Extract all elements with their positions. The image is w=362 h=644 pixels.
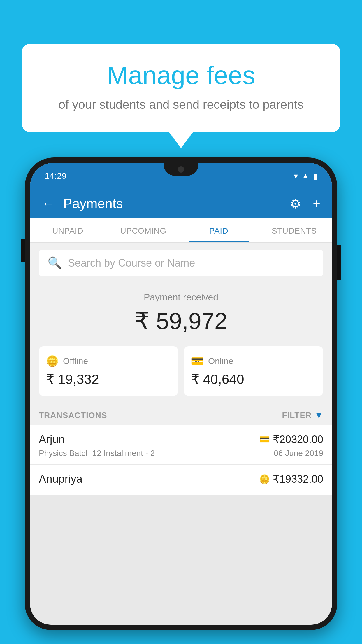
speech-bubble-container: Manage fees of your students and send re… (22, 44, 340, 132)
add-button[interactable]: + (313, 196, 320, 211)
transaction-name-anupriya: Anupriya (39, 473, 82, 485)
transaction-amount-area: 💳 ₹20320.00 (259, 433, 323, 446)
online-card: 💳 Online ₹ 40,640 (184, 346, 323, 396)
transaction-row-partial[interactable]: Anupriya 🪙 ₹19332.00 (30, 465, 332, 495)
search-input[interactable]: Search by Course or Name (68, 257, 195, 269)
transaction-amount-area-anupriya: 🪙 ₹19332.00 (259, 473, 323, 485)
transaction-top-anupriya: Anupriya 🪙 ₹19332.00 (39, 473, 323, 485)
notch-cutout (164, 163, 198, 176)
search-icon: 🔍 (48, 256, 62, 270)
settings-icon[interactable]: ⚙ (290, 196, 301, 211)
transactions-header: TRANSACTIONS FILTER ▼ (30, 405, 332, 425)
tab-paid[interactable]: PAID (181, 218, 256, 242)
page-title: Payments (63, 196, 123, 211)
search-container: 🔍 Search by Course or Name (30, 243, 332, 283)
camera-dot (178, 166, 184, 173)
status-icons: ▾ ▲ ▮ (294, 171, 317, 181)
offline-icon: 🪙 (46, 355, 59, 367)
transaction-bottom-arjun: Physics Batch 12 Installment - 2 06 June… (39, 449, 323, 458)
phone-container: 14:29 ▾ ▲ ▮ ← Payments ⚙ + (25, 158, 337, 644)
bubble-subtitle: of your students and send receipts to pa… (45, 98, 317, 112)
online-label: Online (208, 356, 233, 366)
search-bar[interactable]: 🔍 Search by Course or Name (39, 250, 323, 276)
offline-amount: ₹ 19,332 (46, 371, 171, 387)
tab-upcoming[interactable]: UPCOMING (106, 218, 181, 242)
online-card-header: 💳 Online (191, 355, 316, 367)
bubble-title: Manage fees (45, 61, 317, 90)
filter-icon: ▼ (314, 410, 323, 420)
tab-unpaid[interactable]: UNPAID (30, 218, 106, 242)
header-left: ← Payments (42, 196, 123, 211)
header-right: ⚙ + (290, 196, 320, 211)
offline-card-header: 🪙 Offline (46, 355, 171, 367)
back-button[interactable]: ← (42, 196, 55, 211)
filter-area[interactable]: FILTER ▼ (282, 410, 323, 420)
battery-icon: ▮ (313, 171, 317, 181)
tabs-container: UNPAID UPCOMING PAID STUDENTS (30, 218, 332, 243)
phone-outer: 14:29 ▾ ▲ ▮ ← Payments ⚙ + (25, 158, 337, 630)
transactions-label: TRANSACTIONS (39, 411, 107, 420)
app-header: ← Payments ⚙ + (30, 189, 332, 218)
payment-total-amount: ₹ 59,972 (39, 307, 323, 335)
app-body: 🔍 Search by Course or Name Payment recei… (30, 243, 332, 495)
speech-bubble: Manage fees of your students and send re… (22, 44, 340, 132)
transaction-amount: ₹20320.00 (273, 433, 323, 446)
offline-card: 🪙 Offline ₹ 19,332 (39, 346, 178, 396)
status-bar: 14:29 ▾ ▲ ▮ (30, 163, 332, 189)
payment-received-section: Payment received ₹ 59,972 (30, 283, 332, 340)
payment-type-icon: 💳 (259, 434, 270, 444)
transaction-date: 06 June 2019 (274, 449, 323, 458)
phone-inner: 14:29 ▾ ▲ ▮ ← Payments ⚙ + (30, 163, 332, 625)
wifi-icon: ▾ (294, 171, 298, 181)
transaction-name: Arjun (39, 433, 65, 446)
tab-students[interactable]: STUDENTS (256, 218, 332, 242)
payment-cards-row: 🪙 Offline ₹ 19,332 💳 Online ₹ 40,640 (30, 340, 332, 405)
transaction-course: Physics Batch 12 Installment - 2 (39, 449, 155, 458)
transaction-row[interactable]: Arjun 💳 ₹20320.00 Physics Batch 12 Insta… (30, 425, 332, 465)
payment-received-label: Payment received (39, 292, 323, 303)
payment-type-icon-anupriya: 🪙 (259, 474, 270, 484)
status-time: 14:29 (45, 171, 66, 181)
transaction-top-arjun: Arjun 💳 ₹20320.00 (39, 433, 323, 446)
signal-icon: ▲ (301, 171, 310, 181)
filter-label: FILTER (282, 411, 312, 420)
offline-label: Offline (63, 356, 88, 366)
online-amount: ₹ 40,640 (191, 371, 316, 387)
transaction-amount-anupriya: ₹19332.00 (273, 473, 323, 485)
online-icon: 💳 (191, 355, 204, 367)
